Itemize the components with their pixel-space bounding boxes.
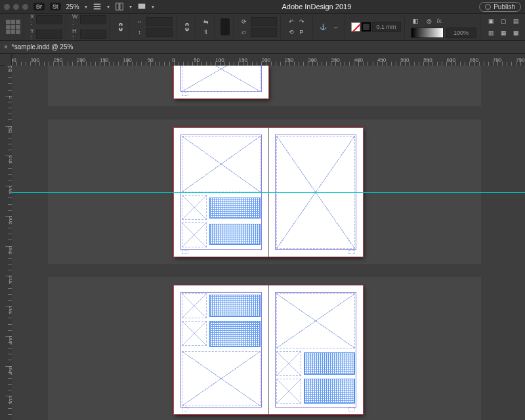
text-frame-selected[interactable] — [209, 321, 261, 347]
align-para-icon[interactable]: P — [297, 28, 306, 37]
chevron-down-icon[interactable]: ▾ — [107, 4, 110, 10]
canvas[interactable] — [12, 66, 525, 420]
chevron-down-icon[interactable]: ▾ — [85, 4, 87, 10]
rotate-ccw-90-icon[interactable]: ↶ — [287, 17, 296, 26]
chevron-down-icon[interactable]: ▾ — [152, 4, 154, 10]
page-number-frame — [182, 92, 188, 96]
flip-horizontal-icon[interactable]: ⇋ — [201, 17, 211, 26]
empty-frame[interactable] — [182, 136, 261, 192]
ruler-horizontal[interactable]: 3503002502001501005005010015020025030035… — [12, 54, 525, 66]
scale-y-input[interactable] — [146, 28, 173, 37]
ruler-vertical[interactable]: 50050100150200250300350400450500 — [0, 66, 12, 420]
horizontal-guide[interactable] — [12, 192, 525, 193]
svg-rect-0 — [93, 4, 100, 5]
center-content-icon[interactable]: ▤ — [511, 16, 522, 26]
text-frame-selected[interactable] — [209, 198, 261, 219]
scale-y-icon: ↕ — [135, 28, 144, 37]
auto-fit-icon[interactable]: ▩ — [511, 28, 522, 38]
screen-mode-icon[interactable] — [137, 2, 146, 11]
empty-frame[interactable] — [182, 222, 207, 247]
stroke-weight-input[interactable]: 0.1 mm — [372, 22, 401, 32]
position-fields: X : Y : — [27, 15, 66, 39]
scale-x-input[interactable] — [146, 17, 173, 26]
fill-swatch[interactable] — [351, 22, 360, 32]
fit-content-icon[interactable]: ▣ — [486, 16, 497, 26]
stroke-swatch[interactable] — [362, 22, 371, 32]
y-input[interactable] — [36, 30, 62, 39]
workspace: 3503002502001501005005010015020025030035… — [0, 54, 525, 420]
flip-vertical-icon[interactable]: ⥮ — [201, 28, 211, 37]
bridge-button[interactable]: Br — [33, 3, 45, 10]
svg-rect-1 — [93, 6, 100, 7]
spread-page[interactable] — [174, 66, 268, 98]
empty-frame[interactable] — [182, 293, 207, 318]
empty-frame[interactable] — [276, 379, 301, 404]
fx-label[interactable]: fx. — [437, 18, 444, 24]
page-number-frame — [182, 250, 188, 254]
spread[interactable] — [174, 285, 363, 414]
drop-shadow-icon[interactable]: ◧ — [411, 16, 421, 26]
constrain-scale[interactable] — [179, 15, 196, 39]
control-bar: X : Y : W : H : ↔ ↕ ⇋ ⥮ ⟳ ▱ ↶ ↷ ⟲ P ⚓ ⌐ — [0, 13, 525, 41]
chain-link-icon[interactable] — [116, 22, 125, 32]
x-input[interactable] — [36, 15, 62, 24]
scale-fields: ↔ ↕ — [132, 15, 177, 39]
size-fields: W : H : — [69, 15, 110, 39]
rotate-cw-90-icon[interactable]: ↷ — [297, 17, 306, 26]
fit-prop-icon[interactable]: ▥ — [486, 28, 497, 38]
rotate-icon: ⟳ — [240, 17, 249, 26]
window-controls[interactable] — [4, 4, 28, 10]
close-tab-icon[interactable]: × — [4, 43, 8, 51]
document-tab[interactable]: × *sample.indd @ 25% — [4, 43, 73, 51]
fill-frame-icon[interactable]: ▦ — [499, 28, 509, 38]
rotate-180-icon[interactable]: ⟲ — [287, 28, 296, 37]
opacity-input[interactable]: 100% — [446, 28, 476, 38]
chevron-down-icon[interactable]: ▾ — [129, 4, 132, 10]
shear-input[interactable] — [251, 28, 277, 37]
empty-frame[interactable] — [182, 351, 261, 406]
svg-rect-2 — [93, 9, 100, 10]
gradient-preview[interactable] — [411, 28, 444, 38]
fitting-group: ▣ ▢ ▤ ▥ ▦ ▩ — [483, 15, 525, 39]
zoom-level[interactable]: 25% — [66, 3, 79, 10]
w-input[interactable] — [80, 15, 106, 24]
gradient-opacity-group: ◧ ◎ fx. 100% — [408, 15, 480, 39]
reference-point[interactable] — [3, 15, 24, 39]
mac-menubar: Br St 25% ▾ ▾ ▾ ▾ Adobe InDesign 2019 Pu… — [0, 0, 525, 13]
empty-frame[interactable] — [182, 321, 207, 346]
page-number-frame — [182, 408, 188, 411]
publish-button[interactable]: Publish — [479, 2, 521, 12]
text-frame-selected[interactable] — [304, 352, 355, 375]
constrain-wh[interactable] — [113, 15, 129, 39]
empty-frame[interactable] — [276, 293, 355, 348]
chain-link-icon[interactable] — [182, 22, 192, 32]
view-options-icon[interactable] — [93, 2, 102, 11]
h-label: H : — [72, 28, 78, 41]
publish-label: Publish — [494, 3, 515, 10]
stock-button[interactable]: St — [50, 3, 61, 10]
text-frame-selected[interactable] — [209, 295, 261, 317]
arrange-icon[interactable] — [115, 2, 124, 11]
text-frame-selected[interactable] — [209, 224, 261, 245]
page-spine — [268, 285, 269, 414]
fit-frame-icon[interactable]: ▢ — [499, 16, 509, 26]
ruler-origin[interactable] — [0, 54, 12, 66]
anchor-icon[interactable]: ⚓ — [319, 22, 328, 32]
empty-frame[interactable] — [182, 195, 207, 220]
svg-rect-3 — [116, 3, 118, 10]
fill-stroke-group: 0.1 mm — [348, 15, 405, 39]
flip-group: ⇋ ⥮ — [198, 15, 215, 39]
corner-options-icon[interactable]: ⌐ — [332, 22, 341, 32]
rotate-shear-fields: ⟳ ▱ — [236, 15, 281, 39]
page-number-frame — [348, 408, 355, 411]
empty-frame[interactable] — [182, 66, 261, 92]
empty-frame[interactable] — [276, 351, 301, 376]
effects-icon[interactable]: ◎ — [424, 16, 434, 26]
rotate-input[interactable] — [251, 17, 277, 26]
h-input[interactable] — [80, 30, 106, 39]
scale-x-icon: ↔ — [135, 17, 144, 26]
document-tab-label: *sample.indd @ 25% — [12, 43, 74, 51]
anchor-corner-group: ⚓ ⌐ — [316, 15, 345, 39]
svg-rect-4 — [119, 3, 122, 10]
text-frame-selected[interactable] — [304, 379, 355, 404]
